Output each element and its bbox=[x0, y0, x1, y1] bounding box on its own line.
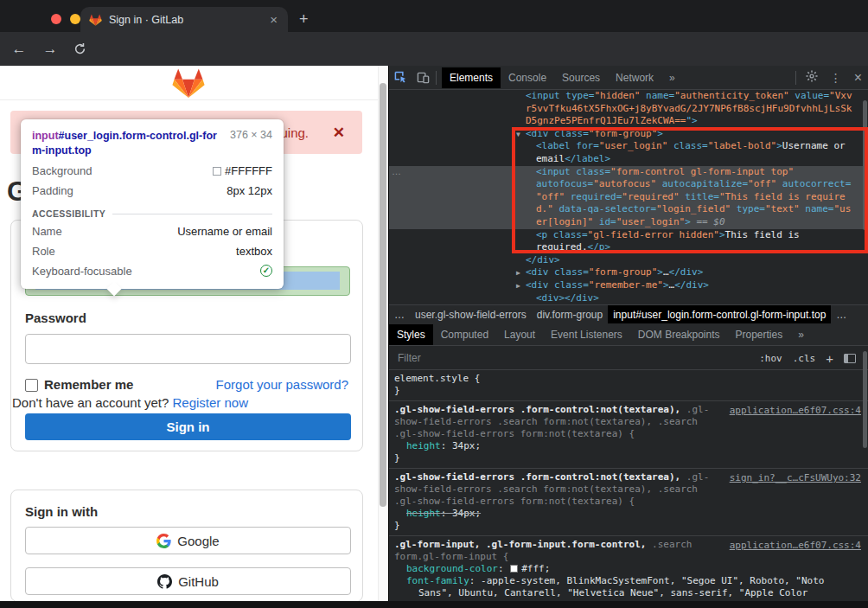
style-rule-line[interactable]: element.style { bbox=[394, 373, 861, 385]
style-rule-line[interactable]: show-field-errors .search form:not(texta… bbox=[394, 483, 861, 496]
breadcrumb-item[interactable]: … bbox=[389, 305, 410, 324]
styles-rules-list: element.style {}application…e6f07.css:4.… bbox=[389, 370, 868, 608]
style-rule-line[interactable]: } bbox=[394, 452, 861, 464]
styles-tab-dombreakpoints[interactable]: DOM Breakpoints bbox=[630, 323, 728, 346]
inspect-element-icon[interactable] bbox=[389, 67, 412, 88]
style-rule-line[interactable]: } bbox=[394, 385, 861, 397]
tab-close-icon[interactable]: × bbox=[268, 13, 279, 26]
gitlab-logo bbox=[172, 67, 205, 99]
devtools-panel: ElementsConsoleSourcesNetwork» ⋮ bbox=[388, 66, 868, 608]
style-rule-line[interactable]: height: 34px; bbox=[394, 440, 861, 452]
page-scrollbar-thumb[interactable] bbox=[380, 83, 386, 507]
devtools-tab-elements[interactable]: Elements bbox=[442, 67, 501, 88]
browser-toolbar: ← → gitlab.com/users/sign_in?__cf_chl_js… bbox=[0, 32, 868, 66]
tree-line[interactable]: D5gnzPe5PEnfrQ1JEu7lZekCWA=="> bbox=[389, 115, 868, 128]
password-label: Password bbox=[25, 310, 86, 325]
devtools-tab-network[interactable]: Network bbox=[608, 67, 661, 89]
google-button-label: Google bbox=[177, 534, 219, 548]
expand-arrow-icon[interactable]: ▶ bbox=[516, 267, 520, 280]
tooltip-dimensions: 376 × 34 bbox=[230, 129, 272, 158]
style-rule-line[interactable]: .gl-show-field-errors form:not(textarea)… bbox=[394, 496, 861, 508]
devtools-tab-console[interactable]: Console bbox=[501, 67, 554, 89]
gitlab-signin-page: nuing. ✕ G Password Remember me Forgot y… bbox=[0, 66, 388, 608]
style-rule-line[interactable]: show-field-errors .search form:not(texta… bbox=[394, 416, 861, 428]
tooltip-name-row: Name Username or email bbox=[32, 225, 272, 239]
new-style-rule-button[interactable]: + bbox=[826, 351, 833, 366]
expand-arrow-icon[interactable]: ▶ bbox=[516, 280, 520, 293]
settings-gear-icon[interactable] bbox=[800, 70, 824, 85]
remember-me-label: Remember me bbox=[44, 377, 133, 392]
breadcrumb-item[interactable]: user.gl-show-field-errors bbox=[410, 305, 532, 324]
styles-tab-computed[interactable]: Computed bbox=[433, 323, 496, 346]
tree-line[interactable]: ▶<div class="remember-me">…</div> bbox=[389, 279, 868, 292]
styles-tab-styles[interactable]: Styles bbox=[389, 324, 433, 345]
macos-minimize-button[interactable] bbox=[70, 14, 80, 24]
color-swatch bbox=[510, 565, 518, 573]
social-signin-card: Sign in with Google GitHub bbox=[10, 490, 363, 602]
screenshot-cutoff-strip bbox=[0, 601, 868, 608]
macos-close-button[interactable] bbox=[51, 14, 61, 24]
signin-button[interactable]: Sign in bbox=[25, 413, 351, 440]
device-toolbar-icon[interactable] bbox=[412, 67, 434, 88]
style-rule-line[interactable]: form.gl-form-input { bbox=[394, 551, 861, 563]
style-rule-line[interactable]: height: 34px; bbox=[394, 508, 861, 520]
tree-line[interactable]: ▶<div class="form-group">…</div> bbox=[389, 266, 868, 279]
tooltip-background-row: Background #FFFFFF bbox=[32, 164, 272, 178]
github-signin-button[interactable]: GitHub bbox=[25, 567, 351, 595]
remember-me-checkbox[interactable] bbox=[25, 379, 38, 392]
github-button-label: GitHub bbox=[178, 574, 219, 589]
filter-input[interactable]: Filter bbox=[398, 352, 421, 364]
devtools-tabs: ElementsConsoleSourcesNetwork» bbox=[442, 67, 683, 89]
toggle-class-button[interactable]: .cls bbox=[793, 353, 816, 364]
style-rule-line[interactable]: background-color: #fff; bbox=[394, 563, 861, 575]
devtools-tab-sources[interactable]: Sources bbox=[554, 67, 608, 89]
alert-close-icon[interactable]: ✕ bbox=[333, 124, 345, 142]
new-tab-button[interactable]: + bbox=[299, 10, 309, 29]
register-now-link[interactable]: Register now bbox=[173, 395, 249, 410]
tree-line[interactable]: <div></div> bbox=[389, 292, 868, 305]
toolbar-divider bbox=[795, 71, 796, 85]
back-button[interactable]: ← bbox=[9, 39, 29, 60]
reload-button[interactable] bbox=[69, 41, 90, 61]
tree-line[interactable]: <input type="hidden" name="authenticity_… bbox=[389, 90, 868, 103]
style-rule-line[interactable]: } bbox=[394, 520, 861, 532]
browser-tab[interactable]: Sign in · GitLab × bbox=[80, 7, 288, 32]
breadcrumb: …user.gl-show-field-errorsdiv.form-group… bbox=[389, 304, 868, 323]
style-rule-line[interactable]: font-family: -apple-system, BlinkMacSyst… bbox=[394, 575, 861, 587]
tab-title: Sign in · GitLab bbox=[109, 14, 268, 26]
style-rule-line[interactable]: .gl-show-field-errors form:not(textarea)… bbox=[394, 428, 861, 440]
stylesheet-link[interactable]: application…e6f07.css:4 bbox=[730, 405, 861, 416]
tree-line[interactable]: r5vvTfku46tX5FhxOG+j8yBYvadG/2JY7NP6fB8s… bbox=[389, 103, 868, 116]
gitlab-favicon bbox=[89, 14, 102, 26]
google-icon bbox=[156, 534, 171, 548]
tooltip-role-row: Role textbox bbox=[32, 245, 272, 259]
reload-icon bbox=[73, 42, 86, 55]
password-input[interactable] bbox=[25, 334, 351, 364]
page-scrollbar[interactable] bbox=[378, 66, 388, 608]
github-icon bbox=[157, 574, 172, 589]
forward-button[interactable]: → bbox=[40, 39, 61, 60]
devtools-tab-[interactable]: » bbox=[661, 67, 683, 89]
style-rule-line[interactable]: Sans", Ubuntu, Cantarell, "Helvetica Neu… bbox=[394, 587, 861, 599]
styles-tab-layout[interactable]: Layout bbox=[496, 323, 543, 346]
tab-bar: Sign in · GitLab × + bbox=[0, 0, 868, 32]
devtools-close-icon[interactable]: × bbox=[848, 70, 868, 86]
styles-tab-more[interactable]: » bbox=[790, 323, 812, 346]
sidebar-dock-icon[interactable] bbox=[844, 354, 856, 363]
breadcrumb-item[interactable]: … bbox=[831, 305, 852, 324]
styles-tab-eventlisteners[interactable]: Event Listeners bbox=[543, 323, 630, 346]
devtools-menu-icon[interactable]: ⋮ bbox=[824, 71, 848, 85]
breadcrumb-item[interactable]: div.form-group bbox=[532, 305, 608, 324]
styles-tab-properties[interactable]: Properties bbox=[728, 323, 791, 346]
styles-scrollbar-thumb[interactable] bbox=[863, 351, 867, 448]
toggle-hover-state-button[interactable]: :hov bbox=[759, 353, 782, 364]
stylesheet-link[interactable]: sign_in?__c…cFsUWUyo:32 bbox=[730, 472, 861, 483]
tree-line[interactable]: </div> bbox=[389, 254, 868, 267]
breadcrumb-item[interactable]: input#user_login.form-control.gl-form-in… bbox=[608, 305, 831, 324]
google-signin-button[interactable]: Google bbox=[25, 527, 351, 554]
forgot-password-link[interactable]: Forgot your password? bbox=[216, 377, 348, 392]
devtools-toolbar: ElementsConsoleSourcesNetwork» ⋮ bbox=[389, 66, 868, 90]
stylesheet-link[interactable]: application…e6f07.css:4 bbox=[730, 540, 861, 551]
tooltip-accessibility-header: ACCESSIBILITY bbox=[32, 208, 272, 219]
browser-window: Sign in · GitLab × + ← → gitlab.com/user… bbox=[0, 0, 868, 608]
